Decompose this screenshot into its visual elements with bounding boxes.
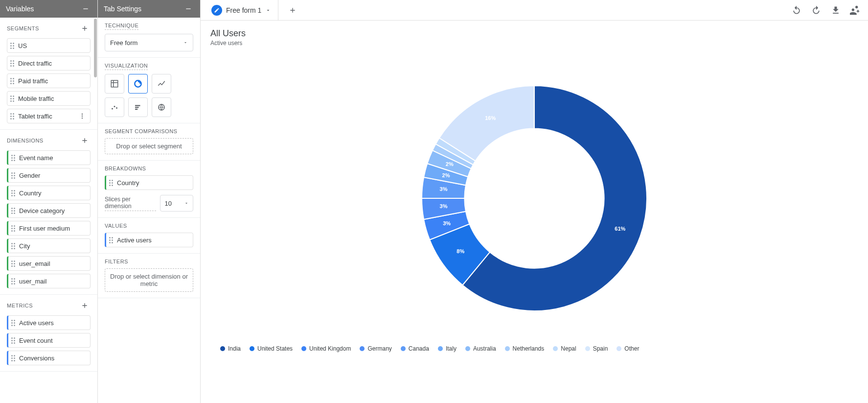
- slice-label: 3%: [440, 186, 448, 192]
- drag-handle-icon[interactable]: [11, 207, 16, 214]
- chip-label: Active users: [117, 237, 152, 244]
- slice-label: 16%: [485, 115, 496, 121]
- chip-gender[interactable]: Gender: [7, 168, 91, 183]
- chip-label: Country: [19, 190, 42, 197]
- vis-bar-icon[interactable]: [128, 97, 148, 117]
- vis-scatter-icon[interactable]: [105, 97, 124, 117]
- technique-select[interactable]: Free form: [105, 34, 193, 51]
- undo-icon[interactable]: [791, 4, 802, 16]
- vis-donut-icon[interactable]: [128, 74, 148, 94]
- drag-handle-icon[interactable]: [11, 319, 16, 326]
- add-metric-icon[interactable]: [79, 300, 91, 311]
- chart-legend: IndiaUnited StatesUnited KingdomGermanyC…: [210, 345, 858, 352]
- collapse-variables-icon[interactable]: [80, 3, 91, 15]
- chip-active-users[interactable]: Active users: [105, 233, 193, 247]
- legend-item-united-states[interactable]: United States: [250, 345, 293, 352]
- svg-point-1: [82, 114, 83, 115]
- legend-label: United Kingdom: [309, 345, 351, 352]
- chip-event-count[interactable]: Event count: [7, 333, 91, 348]
- chip-country[interactable]: Country: [105, 175, 193, 190]
- drag-handle-icon[interactable]: [11, 172, 16, 179]
- chevron-down-icon: [183, 40, 188, 45]
- drag-handle-icon[interactable]: [11, 278, 16, 284]
- legend-label: Nepal: [561, 345, 576, 352]
- visualization-heading: VISUALIZATION: [105, 63, 193, 70]
- tab-dropdown-icon[interactable]: [265, 7, 271, 13]
- filters-dropzone[interactable]: Drop or select dimension or metric: [105, 268, 193, 292]
- chip-tablet-traffic[interactable]: Tablet traffic: [7, 109, 91, 123]
- drag-handle-icon[interactable]: [11, 242, 16, 249]
- add-tab-icon[interactable]: [282, 0, 303, 21]
- tab-freeform[interactable]: Free form 1: [207, 0, 278, 21]
- svg-rect-10: [135, 107, 139, 108]
- collapse-tabsettings-icon[interactable]: [183, 3, 194, 15]
- more-vert-icon[interactable]: [77, 111, 87, 121]
- slices-select[interactable]: 10: [160, 195, 193, 212]
- chip-us[interactable]: US: [7, 38, 91, 53]
- legend-item-italy[interactable]: Italy: [438, 345, 457, 352]
- download-icon[interactable]: [830, 4, 842, 16]
- vis-line-icon[interactable]: [152, 74, 171, 94]
- segcomp-dropzone[interactable]: Drop or select segment: [105, 138, 193, 154]
- drag-handle-icon[interactable]: [10, 77, 15, 84]
- drag-handle-icon[interactable]: [109, 179, 114, 186]
- chip-label: Active users: [19, 319, 54, 327]
- chip-user_email[interactable]: user_email: [7, 256, 91, 271]
- chip-first-user-medium[interactable]: First user medium: [7, 221, 91, 236]
- chip-mobile-traffic[interactable]: Mobile traffic: [7, 91, 91, 106]
- chip-direct-traffic[interactable]: Direct traffic: [7, 56, 91, 71]
- drag-handle-icon[interactable]: [11, 154, 16, 161]
- tab-name: Free form 1: [226, 6, 261, 14]
- edit-tab-icon[interactable]: [211, 5, 222, 16]
- vis-geo-icon[interactable]: [152, 97, 171, 117]
- drag-handle-icon[interactable]: [11, 355, 16, 361]
- drag-handle-icon[interactable]: [10, 42, 15, 49]
- legend-item-germany[interactable]: Germany: [360, 345, 391, 352]
- drag-handle-icon[interactable]: [10, 60, 15, 67]
- legend-item-australia[interactable]: Australia: [465, 345, 496, 352]
- chip-paid-traffic[interactable]: Paid traffic: [7, 73, 91, 88]
- drag-handle-icon[interactable]: [10, 95, 15, 102]
- redo-icon[interactable]: [810, 4, 822, 16]
- legend-label: Germany: [367, 345, 391, 352]
- slice-label: 2%: [446, 161, 454, 167]
- canvas-toolbar: Free form 1: [201, 0, 868, 21]
- drag-handle-icon[interactable]: [11, 337, 16, 344]
- variables-scrollbar[interactable]: [94, 19, 97, 77]
- legend-item-netherlands[interactable]: Netherlands: [505, 345, 545, 352]
- drag-handle-icon[interactable]: [10, 113, 15, 119]
- legend-swatch: [617, 346, 621, 351]
- svg-point-6: [112, 108, 113, 110]
- canvas: Free form 1 All Users Active users 61%8%…: [201, 0, 868, 403]
- legend-item-other[interactable]: Other: [617, 345, 639, 352]
- legend-swatch: [220, 346, 225, 351]
- share-icon[interactable]: [849, 4, 861, 16]
- legend-item-india[interactable]: India: [220, 345, 241, 352]
- drag-handle-icon[interactable]: [11, 190, 16, 196]
- drag-handle-icon[interactable]: [11, 260, 16, 267]
- legend-item-nepal[interactable]: Nepal: [553, 345, 576, 352]
- segments-heading: SEGMENTS: [7, 23, 91, 34]
- legend-item-canada[interactable]: Canada: [401, 345, 429, 352]
- chip-device-category[interactable]: Device category: [7, 203, 91, 218]
- chart-subtitle: Active users: [210, 40, 858, 47]
- legend-item-spain[interactable]: Spain: [585, 345, 608, 352]
- chip-event-name[interactable]: Event name: [7, 150, 91, 165]
- chip-country[interactable]: Country: [7, 186, 91, 200]
- svg-rect-4: [186, 8, 190, 9]
- vis-table-icon[interactable]: [105, 74, 124, 94]
- chip-active-users[interactable]: Active users: [7, 315, 91, 330]
- legend-swatch: [301, 346, 306, 351]
- add-dimension-icon[interactable]: [79, 135, 91, 146]
- drag-handle-icon[interactable]: [11, 225, 16, 232]
- legend-label: Netherlands: [513, 345, 545, 352]
- chip-city[interactable]: City: [7, 238, 91, 253]
- chip-label: Direct traffic: [18, 60, 52, 67]
- legend-item-united-kingdom[interactable]: United Kingdom: [301, 345, 351, 352]
- add-segment-icon[interactable]: [79, 23, 91, 34]
- drag-handle-icon[interactable]: [109, 237, 114, 243]
- technique-value: Free form: [110, 39, 137, 47]
- chip-conversions[interactable]: Conversions: [7, 351, 91, 365]
- chip-user_mail[interactable]: user_mail: [7, 274, 91, 288]
- legend-label: Australia: [473, 345, 496, 352]
